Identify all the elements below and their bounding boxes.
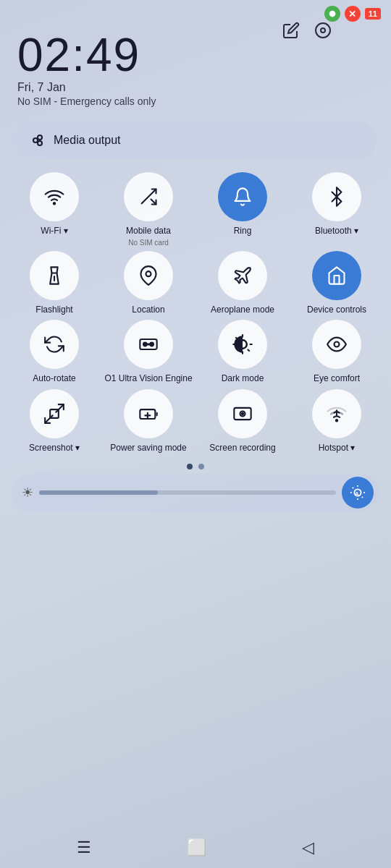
- svg-point-33: [242, 413, 243, 414]
- nav-menu-button[interactable]: ☰: [77, 838, 91, 857]
- flashlight-label: Flashlight: [35, 305, 72, 316]
- device-controls-label: Device controls: [307, 305, 366, 316]
- nav-home-button[interactable]: ⬜: [187, 838, 206, 857]
- tile-eye-comfort[interactable]: Eye comfort: [293, 320, 381, 385]
- screen-recording-label: Screen recording: [209, 443, 275, 454]
- screenshot-tile-icon: [30, 389, 79, 438]
- mobile-data-tile-icon: [124, 172, 173, 221]
- tile-hotspot[interactable]: Hotspot ▾: [293, 389, 381, 454]
- tile-ring[interactable]: Ring: [198, 172, 287, 247]
- status-icon-green: [324, 6, 340, 22]
- power-saving-label: Power saving mode: [110, 443, 186, 454]
- aeroplane-tile-icon: [218, 251, 267, 300]
- date-display: Fri, 7 Jan: [17, 81, 374, 94]
- svg-text:A: A: [355, 490, 359, 497]
- ring-tile-icon: [218, 172, 267, 221]
- page-dot-1[interactable]: [187, 464, 193, 469]
- settings-icon[interactable]: [313, 20, 333, 41]
- battery-indicator: 11: [365, 8, 381, 20]
- tile-flashlight[interactable]: Flashlight: [10, 251, 98, 316]
- tile-screenshot[interactable]: Screenshot ▾: [10, 389, 98, 454]
- tile-location[interactable]: Location: [104, 251, 193, 316]
- wifi-tile-icon: [30, 172, 79, 221]
- mobile-data-label: Mobile data: [126, 226, 171, 237]
- dark-mode-label: Dark mode: [222, 373, 264, 385]
- media-output-button[interactable]: Media output: [14, 122, 377, 159]
- tile-aeroplane[interactable]: Aeroplane mode: [198, 251, 287, 316]
- media-output-label: Media output: [54, 134, 121, 147]
- device-controls-tile-icon: [312, 251, 361, 300]
- brightness-fill: [39, 490, 158, 495]
- sim-status: No SIM - Emergency calls only: [17, 95, 374, 107]
- tile-bluetooth[interactable]: Bluetooth ▾: [293, 172, 381, 247]
- aeroplane-label: Aeroplane mode: [211, 305, 274, 316]
- brightness-auto-button[interactable]: A: [342, 477, 374, 509]
- tile-power-saving[interactable]: Power saving mode: [104, 389, 193, 454]
- eye-comfort-label: Eye comfort: [314, 373, 360, 385]
- svg-line-40: [362, 497, 363, 498]
- edit-icon[interactable]: [281, 20, 301, 41]
- nav-back-button[interactable]: ◁: [302, 838, 314, 857]
- svg-line-39: [353, 488, 353, 488]
- svg-line-20: [248, 350, 249, 352]
- tile-ultra-vision[interactable]: O1 Ultra Vision Engine: [104, 320, 193, 385]
- hotspot-tile-icon: [312, 389, 361, 438]
- page-dot-2[interactable]: [198, 464, 204, 469]
- location-tile-icon: [124, 251, 173, 300]
- brightness-track[interactable]: [39, 490, 336, 495]
- location-label: Location: [132, 305, 164, 316]
- power-saving-tile-icon: [124, 389, 173, 438]
- svg-point-1: [321, 28, 325, 33]
- screen-recording-tile-icon: [218, 389, 267, 438]
- brightness-bar[interactable]: ☀ A: [12, 474, 379, 511]
- bluetooth-label: Bluetooth ▾: [315, 226, 358, 237]
- svg-point-11: [146, 271, 151, 276]
- top-icons: [281, 20, 333, 41]
- tile-auto-rotate[interactable]: Auto-rotate: [10, 320, 98, 385]
- svg-point-24: [335, 342, 340, 347]
- hotspot-label: Hotspot ▾: [319, 443, 356, 454]
- mobile-data-sublabel: No SIM card: [128, 239, 169, 247]
- eye-comfort-tile-icon: [312, 320, 361, 369]
- tile-mobile-data[interactable]: Mobile data No SIM card: [104, 172, 193, 247]
- bluetooth-tile-icon: [312, 172, 361, 221]
- ultra-vision-label: O1 Ultra Vision Engine: [104, 373, 192, 385]
- status-icon-x: ✕: [345, 6, 361, 22]
- tile-wifi[interactable]: Wi-Fi ▾: [10, 172, 98, 247]
- wifi-label: Wi-Fi ▾: [41, 226, 67, 237]
- screenshot-label: Screenshot ▾: [29, 443, 80, 454]
- auto-rotate-label: Auto-rotate: [33, 373, 75, 385]
- quick-tiles-grid: Wi-Fi ▾ Mobile data No SIM card Ring: [0, 169, 391, 456]
- ultra-vision-tile-icon: [124, 320, 173, 369]
- auto-rotate-tile-icon: [30, 320, 79, 369]
- svg-point-34: [336, 420, 337, 421]
- tile-screen-recording[interactable]: Screen recording: [198, 389, 287, 454]
- svg-line-26: [45, 415, 52, 423]
- svg-line-25: [56, 404, 64, 412]
- dark-mode-tile-icon: [218, 320, 267, 369]
- nav-bar: ☰ ⬜ ◁: [0, 827, 391, 868]
- flashlight-tile-icon: [30, 251, 79, 300]
- ring-label: Ring: [234, 226, 252, 237]
- brightness-sun-icon: ☀: [22, 485, 33, 501]
- tile-device-controls[interactable]: Device controls: [293, 251, 381, 316]
- page-dots: [0, 464, 391, 469]
- svg-point-0: [329, 11, 335, 17]
- tile-dark-mode[interactable]: Dark mode: [198, 320, 287, 385]
- svg-point-7: [54, 203, 55, 204]
